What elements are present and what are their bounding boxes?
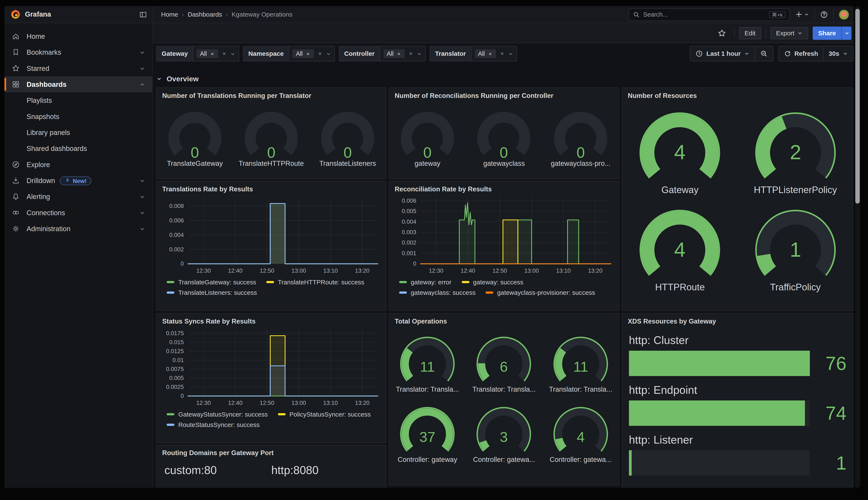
y-axis-tick: 0 bbox=[413, 260, 416, 267]
gauge: 11 bbox=[544, 330, 617, 385]
gauge-label: HTTPRoute bbox=[655, 282, 705, 293]
x-axis-tick: 12:30 bbox=[196, 268, 211, 274]
variable-chip-controller[interactable]: Controller All bbox=[338, 46, 425, 61]
panel-title[interactable]: Translations Rate by Results bbox=[157, 181, 386, 193]
share-button[interactable]: Share bbox=[813, 26, 841, 39]
user-avatar[interactable] bbox=[838, 9, 849, 20]
gauge: 2 bbox=[740, 102, 851, 186]
help-button[interactable] bbox=[820, 10, 828, 19]
gauge-cell: 37Controller: gateway bbox=[391, 400, 464, 464]
breadcrumb-item[interactable]: Home bbox=[161, 11, 178, 18]
sidebar-item-playlists[interactable]: Playlists bbox=[4, 92, 152, 108]
row-overview-toggle[interactable]: Overview bbox=[156, 75, 199, 83]
variable-chip-translator[interactable]: Translator All bbox=[430, 46, 517, 61]
sidebar-item-home[interactable]: Home bbox=[4, 28, 152, 44]
x-axis-tick: 12:50 bbox=[260, 399, 274, 406]
bar-gauge-row: 1 bbox=[629, 450, 846, 476]
clear-button[interactable] bbox=[408, 51, 413, 56]
variable-value-tag[interactable]: All bbox=[383, 49, 404, 58]
panel-title[interactable]: Status Syncs Rate by Results bbox=[157, 314, 386, 325]
timeseries-chart: 0.01750.0150.01250.010.00750.0050.002501… bbox=[157, 325, 386, 428]
legend-item[interactable]: gateway: success bbox=[461, 279, 523, 285]
panel-title[interactable]: Reconciliation Rate by Results bbox=[389, 181, 619, 193]
legend-item[interactable]: TranslateListeners: success bbox=[167, 289, 257, 296]
breadcrumb-item[interactable]: Dashboards bbox=[188, 11, 222, 18]
panel-title[interactable]: Number of Resources bbox=[622, 88, 853, 100]
variable-chip-gateway[interactable]: Gateway All bbox=[156, 46, 239, 61]
export-button[interactable]: Export bbox=[770, 27, 808, 39]
zoom-out-button[interactable] bbox=[755, 50, 773, 57]
star-icon bbox=[717, 29, 726, 37]
legend-label: TranslateGateway: success bbox=[178, 279, 256, 285]
grafana-app: Grafana Home›Dashboards›Kgateway Operati… bbox=[4, 6, 854, 488]
refresh-interval-picker[interactable]: 30s bbox=[824, 50, 853, 57]
legend-item[interactable]: gatewayclass-provisioner: success bbox=[486, 289, 595, 296]
bar-track bbox=[629, 351, 810, 376]
legend-item[interactable]: gatewayclass: success bbox=[399, 289, 475, 296]
open-dropdown-button[interactable] bbox=[508, 51, 514, 57]
gauge-label: Translator: Transla... bbox=[396, 386, 459, 393]
search-input[interactable]: Search... ⌘+k bbox=[628, 8, 790, 21]
legend-item[interactable]: gateway: error bbox=[399, 279, 452, 285]
legend-item[interactable]: GatewayStatusSyncer: success bbox=[167, 411, 268, 418]
clear-button[interactable] bbox=[317, 51, 323, 56]
panel-title[interactable]: Routing Domains per Gateway Port bbox=[157, 445, 386, 457]
sidebar-item-label: Connections bbox=[27, 209, 65, 216]
variable-label: Translator bbox=[430, 46, 471, 61]
gauge-label: TranslateGateway bbox=[167, 160, 223, 168]
sidebar-item-library-panels[interactable]: Library panels bbox=[4, 125, 152, 140]
edit-button[interactable]: Edit bbox=[739, 27, 761, 39]
legend-item[interactable]: RouteStatusSyncer: success bbox=[167, 421, 260, 428]
share-menu-button[interactable] bbox=[841, 26, 852, 39]
gauge-label: Translator: Transla... bbox=[472, 386, 536, 393]
refresh-button[interactable]: Refresh bbox=[779, 50, 823, 57]
panel-title[interactable]: Number of Reconciliations Running per Co… bbox=[389, 88, 619, 100]
bell-icon bbox=[12, 192, 20, 201]
clear-button[interactable] bbox=[221, 51, 227, 56]
mega-menu-toggle-icon[interactable] bbox=[139, 10, 147, 19]
topbar-separator bbox=[833, 9, 834, 19]
panel-title[interactable]: Total Operations bbox=[389, 314, 619, 325]
sidebar-item-dashboards[interactable]: Dashboards bbox=[4, 77, 152, 92]
sidebar-item-administration[interactable]: Administration bbox=[4, 221, 152, 237]
new-button[interactable] bbox=[795, 10, 809, 18]
legend-item[interactable]: TranslateHTTPRoute: success bbox=[266, 279, 364, 285]
sidebar-item-explore[interactable]: Explore bbox=[4, 157, 152, 172]
stat-list: custom:80http:8080 bbox=[157, 457, 386, 477]
panel-title[interactable]: XDS Resources by Gateway bbox=[622, 314, 853, 325]
variable-value-tag[interactable]: All bbox=[292, 49, 314, 58]
panel-title[interactable]: Number of Translations Running per Trans… bbox=[157, 88, 386, 100]
gauge: 4 bbox=[544, 400, 617, 455]
variable-value-tag[interactable]: All bbox=[475, 49, 496, 58]
variable-chip-namespace[interactable]: Namespace All bbox=[243, 46, 335, 61]
sidebar-item-alerting[interactable]: Alerting bbox=[4, 189, 152, 205]
open-dropdown-button[interactable] bbox=[230, 51, 236, 57]
clear-button[interactable] bbox=[499, 51, 505, 56]
sidebar-item-shared-dashboards[interactable]: Shared dashboards bbox=[4, 140, 152, 157]
bar-gauge-row: 76 bbox=[629, 351, 846, 376]
sidebar-item-connections[interactable]: Connections bbox=[4, 205, 152, 220]
grafana-logo-icon bbox=[10, 9, 21, 19]
legend-color-pill bbox=[486, 292, 493, 294]
scrollbar-thumb[interactable] bbox=[855, 9, 860, 204]
stat-label: http:8080 bbox=[271, 463, 378, 477]
gauge-label: Translator: Transla... bbox=[549, 386, 612, 393]
variable-value-tag[interactable]: All bbox=[197, 49, 218, 58]
favorite-star-button[interactable] bbox=[717, 29, 726, 37]
bar-gauge-label: http: Listener bbox=[629, 434, 846, 446]
sidebar-item-starred[interactable]: Starred bbox=[4, 60, 152, 76]
open-dropdown-button[interactable] bbox=[416, 51, 423, 57]
legend-item[interactable]: PolicyStatusSyncer: success bbox=[278, 411, 371, 418]
sidebar-item-bookmarks[interactable]: Bookmarks bbox=[4, 44, 152, 60]
sidebar-item-snapshots[interactable]: Snapshots bbox=[4, 108, 152, 124]
legend-item[interactable]: TranslateGateway: success bbox=[167, 279, 256, 285]
breadcrumb: Home›Dashboards›Kgateway Operations bbox=[161, 11, 292, 18]
close-icon bbox=[221, 51, 227, 56]
topbar-actions: Search... ⌘+k bbox=[628, 8, 849, 21]
legend-label: gateway: success bbox=[473, 279, 523, 285]
topbar-separator bbox=[814, 9, 815, 19]
open-dropdown-button[interactable] bbox=[325, 51, 332, 57]
time-range-picker[interactable]: Last 1 hour bbox=[690, 50, 755, 57]
sidebar-item-drilldown[interactable]: DrilldownNew! bbox=[4, 173, 152, 189]
time-controls: Last 1 hour Refresh 30s bbox=[690, 46, 854, 61]
